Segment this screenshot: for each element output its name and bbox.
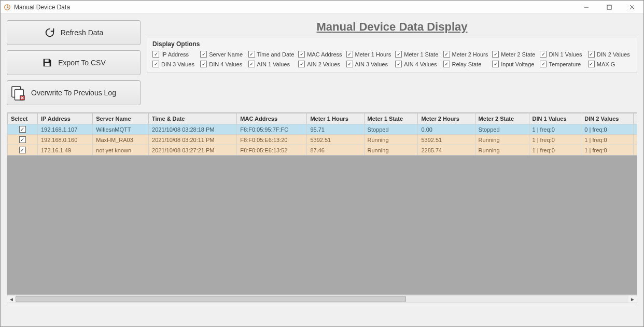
minimize-button[interactable] <box>575 1 598 14</box>
overwrite-log-button[interactable]: Overwrite To Previous Log <box>7 80 141 105</box>
table-cell: 2021/10/08 03:28:18 PM <box>149 124 237 135</box>
checkbox-icon <box>540 51 547 58</box>
display-option-label: Server Name <box>209 51 243 58</box>
refresh-icon <box>44 27 55 38</box>
scrollbar-thumb[interactable] <box>16 296 406 302</box>
column-header[interactable]: Select <box>8 113 38 124</box>
checkbox-icon <box>395 51 402 58</box>
svg-rect-5 <box>45 60 49 62</box>
column-header[interactable]: Meter 1 Hours <box>307 113 364 124</box>
display-option-label: MAX G <box>597 61 615 67</box>
display-option-checkbox[interactable]: Relay State <box>443 61 488 67</box>
data-table: SelectIP AddressServer NameTime & DateMA… <box>7 113 637 155</box>
table-row[interactable]: 192.168.0.160MaxHM_RA032021/10/08 03:20:… <box>8 135 638 145</box>
display-option-checkbox[interactable]: Input Voltage <box>492 61 536 67</box>
export-csv-button[interactable]: Export To CSV <box>7 50 141 75</box>
row-select-cell[interactable] <box>8 124 38 135</box>
table-cell: 2021/10/08 03:27:21 PM <box>149 145 237 155</box>
display-option-label: Temperature <box>549 61 581 67</box>
save-icon <box>41 57 53 68</box>
display-option-checkbox[interactable]: MAC Address <box>298 51 342 58</box>
display-option-label: DIN 2 Values <box>597 51 630 58</box>
table-cell: 87.46 <box>307 145 364 155</box>
display-option-checkbox[interactable]: AIN 1 Values <box>248 61 295 67</box>
column-header[interactable]: Meter 2 State <box>475 113 529 124</box>
column-header[interactable]: DIN 2 Values <box>581 113 634 124</box>
display-option-checkbox[interactable]: Server Name <box>200 51 244 58</box>
row-select-cell[interactable] <box>8 145 38 155</box>
table-cell: 95.71 <box>307 124 364 135</box>
display-option-checkbox[interactable]: Meter 2 Hours <box>443 51 488 58</box>
table-cell: WifiesnMQTT <box>93 124 149 135</box>
display-option-label: AIN 2 Values <box>307 61 340 67</box>
table-cell: No Data Found <box>634 135 637 145</box>
checkbox-icon <box>492 51 499 58</box>
display-option-checkbox[interactable]: AIN 2 Values <box>298 61 342 67</box>
display-option-label: Time and Date <box>257 51 295 58</box>
table-cell: 0 | freq:0 <box>581 124 634 135</box>
display-option-checkbox[interactable]: Meter 1 Hours <box>346 51 391 58</box>
table-row[interactable]: 192.168.1.107WifiesnMQTT2021/10/08 03:28… <box>8 124 638 135</box>
column-header[interactable]: Meter 1 State <box>364 113 418 124</box>
table-cell: 5392.51 <box>307 135 364 145</box>
table-cell: Running <box>364 145 418 155</box>
table-cell: 2285.74 <box>418 145 475 155</box>
table-cell: 1 | freq:0 <box>581 145 634 155</box>
display-option-checkbox[interactable]: Meter 2 State <box>492 51 536 58</box>
close-button[interactable] <box>621 1 643 14</box>
data-table-container[interactable]: SelectIP AddressServer NameTime & DateMA… <box>7 112 637 295</box>
display-option-checkbox[interactable]: DIN 2 Values <box>588 51 632 58</box>
checkbox-icon <box>395 61 402 67</box>
app-icon <box>4 4 11 11</box>
display-option-checkbox[interactable]: MAX G <box>588 61 632 67</box>
table-cell: not yet known <box>93 145 149 155</box>
checkbox-icon <box>19 147 26 153</box>
checkbox-icon <box>346 51 353 58</box>
column-header[interactable]: DIN 3 Values <box>634 113 637 124</box>
table-cell: 1 | freq:0 <box>529 135 581 145</box>
display-option-label: Meter 2 Hours <box>452 51 488 58</box>
display-option-label: IP Address <box>161 51 189 58</box>
maximize-button[interactable] <box>598 1 621 14</box>
table-cell: F8:F0:05:E6:13:20 <box>237 135 307 145</box>
display-option-checkbox[interactable]: Temperature <box>540 61 583 67</box>
checkbox-icon <box>248 51 255 58</box>
page-title: Manual Device Data Display <box>147 20 637 34</box>
overwrite-icon <box>10 85 26 101</box>
table-row[interactable]: 172.16.1.49not yet known2021/10/08 03:27… <box>8 145 638 155</box>
checkbox-icon <box>588 51 595 58</box>
display-options-label: Display Options <box>152 40 632 48</box>
refresh-data-button[interactable]: Refresh Data <box>7 20 141 45</box>
table-cell: 0.00 <box>418 124 475 135</box>
window-titlebar: Manual Device Data <box>1 1 643 14</box>
display-option-checkbox[interactable]: IP Address <box>152 51 196 58</box>
display-option-checkbox[interactable]: DIN 4 Values <box>200 61 244 67</box>
column-header[interactable]: IP Address <box>37 113 92 124</box>
display-option-checkbox[interactable]: Meter 1 State <box>395 51 439 58</box>
display-option-checkbox[interactable]: Time and Date <box>248 51 295 58</box>
display-option-checkbox[interactable]: AIN 4 Values <box>395 61 439 67</box>
display-option-label: AIN 1 Values <box>257 61 290 67</box>
table-cell: F8:F0:05:E6:13:52 <box>237 145 307 155</box>
refresh-data-label: Refresh Data <box>61 29 103 37</box>
column-header[interactable]: Server Name <box>93 113 149 124</box>
column-header[interactable]: Time & Date <box>149 113 237 124</box>
column-header[interactable]: MAC Address <box>237 113 307 124</box>
table-cell: Running <box>475 145 529 155</box>
table-cell: No Data Found <box>634 124 637 135</box>
display-option-checkbox[interactable]: DIN 1 Values <box>540 51 583 58</box>
table-cell: 172.16.1.49 <box>37 145 92 155</box>
horizontal-scrollbar[interactable]: ◄ ► <box>7 295 637 303</box>
table-cell: Running <box>475 135 529 145</box>
display-option-label: AIN 4 Values <box>404 61 437 67</box>
scroll-left-arrow[interactable]: ◄ <box>7 295 16 303</box>
column-header[interactable]: Meter 2 Hours <box>418 113 475 124</box>
display-option-label: Meter 1 State <box>404 51 438 58</box>
scroll-right-arrow[interactable]: ► <box>628 295 637 303</box>
column-header[interactable]: DIN 1 Values <box>529 113 581 124</box>
display-option-checkbox[interactable]: DIN 3 Values <box>152 61 196 67</box>
row-select-cell[interactable] <box>8 135 38 145</box>
display-option-label: Meter 1 Hours <box>355 51 391 58</box>
checkbox-icon <box>588 61 595 67</box>
display-option-checkbox[interactable]: AIN 3 Values <box>346 61 391 67</box>
